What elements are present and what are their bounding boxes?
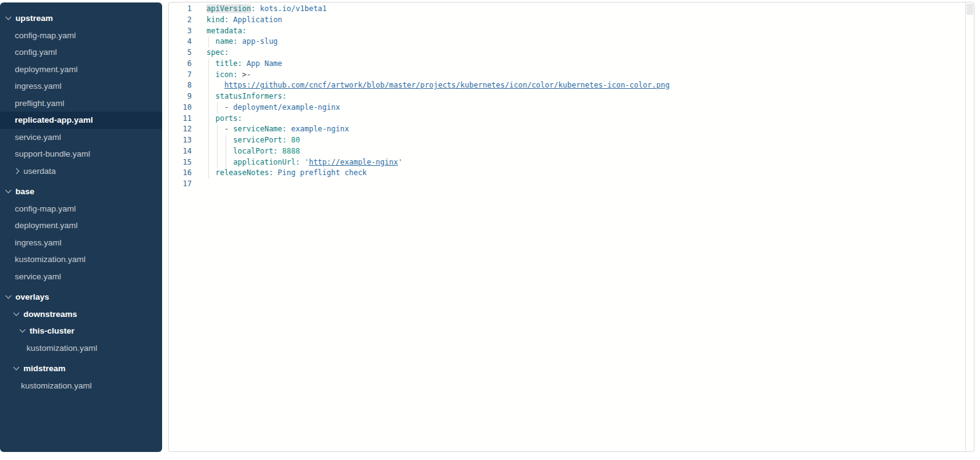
sidebar-item-config-yaml[interactable]: config.yaml (0, 44, 162, 61)
line-number: 1 (169, 4, 192, 15)
sidebar-item-ingress-yaml[interactable]: ingress.yaml (0, 78, 162, 95)
editor-gutter: 1234567891011121314151617 (169, 4, 192, 190)
yaml-editor: 1234567891011121314151617 apiVersion: ko… (168, 2, 974, 452)
indent-guide (208, 157, 209, 168)
indent-guide (208, 124, 209, 135)
line-number: 13 (169, 135, 192, 146)
code-token: - (224, 103, 233, 112)
sidebar-item-upstream[interactable]: upstream (0, 10, 162, 27)
sidebar-item-config-map-yaml[interactable]: config-map.yaml (0, 27, 162, 44)
tree-item-label: ingress.yaml (15, 238, 62, 247)
line-number: 14 (169, 146, 192, 157)
tree-item-label: base (15, 187, 35, 196)
editor-scrollbar-track[interactable] (965, 2, 974, 451)
code-token: localPort: (233, 147, 282, 155)
line-number: 17 (169, 179, 192, 190)
code-token: - (224, 125, 233, 133)
tree-item-label: this-cluster (30, 326, 75, 335)
chevron-down-icon (6, 187, 12, 194)
tree-item-label: deployment.yaml (15, 221, 78, 230)
indent-guide (217, 102, 218, 113)
chevron-right-icon (14, 168, 20, 174)
code-token: applicationUrl: (233, 158, 304, 166)
indent-guide (208, 70, 209, 81)
indent-guide (226, 146, 226, 157)
line-number: 2 (169, 15, 192, 26)
indent-guide (226, 135, 226, 146)
tree-item-label: replicated-app.yaml (15, 115, 93, 125)
sidebar-item-support-bundle-yaml[interactable]: support-bundle.yaml (0, 146, 162, 163)
url-link[interactable]: https://github.com/cncf/artwork/blob/mas… (224, 81, 669, 89)
tree-item-label: config.yaml (15, 47, 57, 57)
code-token: ports: (215, 114, 242, 123)
code-line: apiVersion: kots.io/v1beta1 (206, 4, 974, 15)
sidebar-item-downstreams[interactable]: downstreams (0, 306, 162, 323)
code-token: >- (242, 70, 251, 79)
tree-item-label: preflight.yaml (15, 99, 64, 108)
tree-item-label: ingress.yaml (15, 81, 62, 91)
indent-guide (208, 113, 209, 125)
tree-item-label: kustomization.yaml (27, 343, 97, 353)
code-token: servicePort: (233, 136, 291, 144)
line-number: 10 (169, 102, 192, 113)
line-number: 9 (169, 91, 192, 102)
indent-guide (208, 91, 209, 102)
chevron-down-icon (20, 327, 26, 333)
code-line: applicationUrl: 'http://example-nginx' (206, 157, 974, 168)
tree-item-label: userdata (23, 166, 56, 176)
tree-item-label: deployment.yaml (15, 65, 78, 74)
indent-guide (226, 157, 226, 168)
sidebar-item-config-map-yaml[interactable]: config-map.yaml (0, 200, 162, 218)
url-link[interactable]: http://example-nginx (309, 158, 398, 166)
sidebar-item-overlays[interactable]: overlays (0, 289, 162, 306)
code-line: - serviceName: example-nginx (206, 124, 974, 135)
code-line: https://github.com/cncf/artwork/blob/mas… (206, 80, 974, 91)
sidebar-item-deployment-yaml[interactable]: deployment.yaml (0, 61, 162, 78)
sidebar-item-service-yaml[interactable]: service.yaml (0, 268, 162, 285)
sidebar-item-kustomization-yaml[interactable]: kustomization.yaml (0, 340, 162, 357)
sidebar-item-this-cluster[interactable]: this-cluster (0, 322, 162, 340)
line-number: 3 (169, 26, 192, 37)
code-token: app-slug (242, 37, 278, 46)
code-line: localPort: 8888 (206, 146, 974, 157)
code-token: serviceName: (233, 125, 291, 133)
sidebar-item-userdata[interactable]: userdata (0, 163, 162, 180)
indent-guide (208, 135, 209, 146)
code-line: icon: >- (206, 70, 974, 81)
sidebar-item-ingress-yaml[interactable]: ingress.yaml (0, 234, 162, 252)
tree-item-label: service.yaml (15, 133, 61, 142)
code-line: name: app-slug (206, 36, 974, 47)
code-token: icon: (215, 70, 242, 79)
code-token: name: (215, 37, 242, 46)
sidebar-item-midstream[interactable]: midstream (0, 360, 162, 377)
code-token: Ping preflight check (278, 168, 367, 177)
line-number: 11 (169, 113, 192, 125)
line-number: 6 (169, 59, 192, 70)
indent-guide (208, 146, 209, 157)
sidebar-item-base[interactable]: base (0, 183, 162, 200)
code-token: statusInformers: (215, 92, 287, 101)
code-line: servicePort: 80 (206, 135, 974, 146)
tree-item-label: service.yaml (15, 272, 61, 281)
editor-scrollbar-thumb[interactable] (966, 4, 973, 15)
code-token: example-nginx (291, 125, 349, 133)
code-line: releaseNotes: Ping preflight check (206, 168, 974, 179)
sidebar-item-kustomization-yaml[interactable]: kustomization.yaml (0, 251, 162, 268)
code-editor-surface[interactable]: apiVersion: kots.io/v1beta1kind: Applica… (192, 4, 974, 190)
indent-guide (208, 59, 209, 70)
code-line (206, 179, 974, 190)
tree-item-label: upstream (15, 14, 53, 23)
code-line: title: App Name (206, 59, 974, 70)
sidebar-item-deployment-yaml[interactable]: deployment.yaml (0, 217, 162, 234)
tree-item-label: kustomization.yaml (15, 255, 86, 264)
sidebar-item-replicated-app-yaml[interactable]: replicated-app.yaml (0, 112, 162, 129)
tree-item-label: midstream (23, 364, 65, 373)
tree-item-label: config-map.yaml (15, 31, 76, 40)
sidebar-item-service-yaml[interactable]: service.yaml (0, 129, 162, 146)
file-tree-sidebar: upstreamconfig-map.yamlconfig.yamldeploy… (0, 2, 162, 452)
code-token: 80 (291, 136, 300, 144)
indent-guide (208, 102, 209, 113)
line-number: 16 (169, 168, 192, 179)
sidebar-item-kustomization-yaml[interactable]: kustomization.yaml (0, 377, 162, 395)
sidebar-item-preflight-yaml[interactable]: preflight.yaml (0, 95, 162, 112)
